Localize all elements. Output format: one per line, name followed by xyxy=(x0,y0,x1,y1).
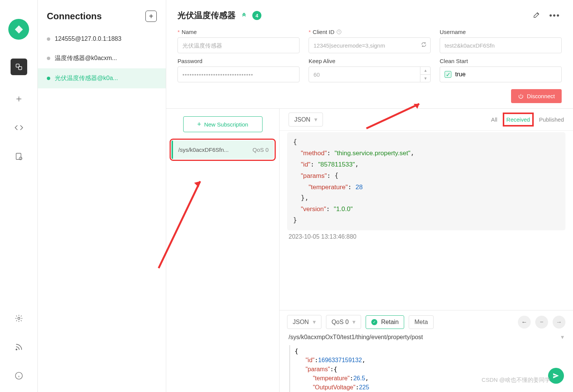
username-input[interactable] xyxy=(440,37,562,53)
messages-panel: JSON▾ All Received Published { "method":… xyxy=(280,109,573,392)
power-icon xyxy=(518,93,524,99)
rss-icon[interactable] xyxy=(14,342,24,352)
number-spinner[interactable]: ▲▼ xyxy=(420,66,431,82)
svg-rect-2 xyxy=(16,153,21,160)
cleanstart-label: Clean Start xyxy=(440,58,562,64)
subscription-topic: /sys/k0acxDF6Sfn... xyxy=(178,147,229,153)
svg-point-4 xyxy=(18,317,20,319)
connections-icon[interactable] xyxy=(11,59,27,75)
disconnect-label: Disconnect xyxy=(527,93,555,99)
gear-icon[interactable] xyxy=(14,313,24,323)
icon-rail xyxy=(0,0,38,392)
subscription-item[interactable]: /sys/k0acxDF6Sfn... QoS 0 xyxy=(171,140,274,159)
tab-received[interactable]: Received xyxy=(507,116,530,123)
subscription-qos: QoS 0 xyxy=(252,147,269,153)
pub-format-label: JSON xyxy=(293,319,309,326)
pub-qos-select[interactable]: QoS 0▾ xyxy=(326,315,361,329)
connection-item[interactable]: 温度传感器@k0acxm... xyxy=(38,48,166,68)
send-button[interactable] xyxy=(548,368,564,384)
name-input[interactable] xyxy=(178,37,300,53)
name-label: Name xyxy=(182,29,197,35)
clientid-input[interactable] xyxy=(309,37,431,53)
message-toolbar: JSON▾ All Received Published xyxy=(280,109,573,131)
titlebar: 光伏温度传感器 4 ••• xyxy=(166,0,573,25)
keepalive-field: Keep Alive ▲▼ xyxy=(309,58,431,82)
svg-point-5 xyxy=(16,349,17,350)
name-field: *Name xyxy=(178,29,300,53)
pub-qos-label: QoS 0 xyxy=(332,319,349,326)
cleanstart-checkbox[interactable]: ✓true xyxy=(440,66,562,82)
format-label: JSON xyxy=(294,116,310,123)
connection-label: 124555@127.0.0.1:1883 xyxy=(55,35,121,42)
publish-payload[interactable]: { "id":1696337159132, "params":{ "temper… xyxy=(289,345,565,392)
plus-icon[interactable] xyxy=(14,94,24,104)
keepalive-label: Keep Alive xyxy=(309,58,431,64)
nav-minus-icon[interactable]: − xyxy=(535,316,548,329)
cleanstart-field: Clean Start ✓true xyxy=(440,58,562,82)
connection-item[interactable]: 124555@127.0.0.1:1883 xyxy=(38,29,166,48)
meta-button[interactable]: Meta xyxy=(409,315,434,329)
connection-label: 温度传感器@k0acxm... xyxy=(55,54,117,62)
connection-item-active[interactable]: 光伏温度传感器@k0a... xyxy=(38,68,166,88)
retain-label: Retain xyxy=(381,319,398,326)
code-icon[interactable] xyxy=(14,123,24,133)
password-field: Password xyxy=(178,58,300,82)
meta-label: Meta xyxy=(414,319,428,326)
format-select[interactable]: JSON▾ xyxy=(289,113,323,127)
info-icon[interactable] xyxy=(14,371,24,381)
unread-badge: 4 xyxy=(252,11,261,20)
message-payload: { "method": "thing.service.property.set"… xyxy=(287,132,565,230)
new-sub-label: New Subscription xyxy=(204,121,248,128)
keepalive-input[interactable] xyxy=(309,66,431,82)
refresh-icon[interactable] xyxy=(421,42,427,49)
password-input[interactable] xyxy=(178,66,300,82)
new-subscription-button[interactable]: +New Subscription xyxy=(183,116,263,132)
disconnect-button[interactable]: Disconnect xyxy=(511,89,562,103)
clientid-label: Client ID xyxy=(313,29,335,35)
nav-back-icon[interactable]: ← xyxy=(518,316,531,329)
tab-published[interactable]: Published xyxy=(539,116,564,123)
add-connection-button[interactable]: + xyxy=(145,11,157,22)
tab-all[interactable]: All xyxy=(491,116,497,123)
main-panel: 光伏温度传感器 4 ••• *Name *Client ID xyxy=(166,0,573,392)
connection-label: 光伏温度传感器@k0a... xyxy=(55,74,118,82)
app-logo xyxy=(8,19,29,40)
clientid-field: *Client ID xyxy=(309,29,431,53)
page-title: 光伏温度传感器 xyxy=(178,10,236,21)
pub-format-select[interactable]: JSON▾ xyxy=(287,315,321,329)
username-field: Username xyxy=(440,29,562,53)
log-icon[interactable] xyxy=(14,151,24,161)
publish-topic[interactable]: /sys/k0acxmpOxT0/test1/thing/event/prope… xyxy=(289,334,423,341)
message-timestamp: 2023-10-05 13:13:46:880 xyxy=(287,230,565,243)
cleanstart-value: true xyxy=(455,71,466,78)
collapse-icon[interactable] xyxy=(241,12,247,19)
retain-toggle[interactable]: ✓Retain xyxy=(366,315,404,329)
publish-bar: JSON▾ QoS 0▾ ✓Retain Meta ← − → /sys/k0a… xyxy=(280,310,573,392)
subscriptions-panel: +New Subscription /sys/k0acxDF6Sfn... Qo… xyxy=(166,109,280,392)
username-label: Username xyxy=(440,29,562,35)
nav-forward-icon[interactable]: → xyxy=(553,316,565,329)
connections-panel: Connections + 124555@127.0.0.1:1883 温度传感… xyxy=(38,0,166,392)
edit-icon[interactable] xyxy=(531,9,542,22)
connections-title: Connections xyxy=(47,11,102,22)
connection-form: *Name *Client ID Username Password Keep … xyxy=(166,25,573,89)
more-icon[interactable]: ••• xyxy=(548,9,562,22)
password-label: Password xyxy=(178,58,300,64)
chevron-down-icon[interactable]: ▾ xyxy=(561,333,564,341)
clock-icon xyxy=(336,29,342,35)
